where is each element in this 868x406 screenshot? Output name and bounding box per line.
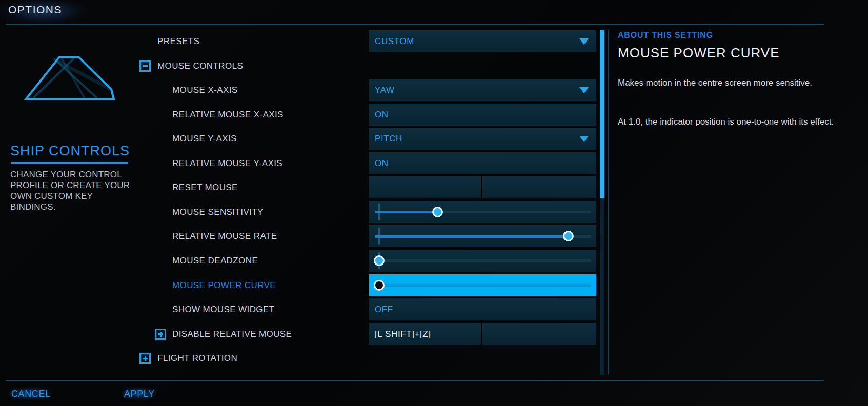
- binding-box-disable-relative-mouse-2[interactable]: [482, 323, 596, 345]
- setting-row-mouse-deadzone[interactable]: MOUSE DEADZONE: [0, 250, 868, 272]
- slider-track[interactable]: [375, 235, 591, 238]
- binding-box-disable-relative-mouse-1[interactable]: [L SHIFT]+[Z]: [369, 323, 481, 345]
- setting-label-mouse-deadzone: MOUSE DEADZONE: [172, 250, 258, 272]
- setting-row-mouse-power-curve[interactable]: MOUSE POWER CURVE: [0, 274, 868, 296]
- slider-mouse-deadzone[interactable]: [369, 250, 596, 272]
- value-show-mouse-widget[interactable]: OFF: [369, 298, 596, 320]
- value-text-presets: CUSTOM: [375, 30, 414, 52]
- about-panel-divider: [608, 30, 609, 375]
- chevron-down-icon[interactable]: [579, 136, 589, 142]
- slider-fill: [375, 235, 568, 238]
- slider-track[interactable]: [375, 211, 591, 213]
- setting-label-relative-mouse-rate: RELATIVE MOUSE RATE: [172, 225, 277, 247]
- setting-label-relative-mouse-y-axis: RELATIVE MOUSE Y-AXIS: [172, 152, 282, 174]
- value-text-mouse-y-axis: PITCH: [375, 128, 402, 150]
- setting-label-relative-mouse-x-axis: RELATIVE MOUSE X-AXIS: [172, 104, 284, 126]
- plus-glyph-vertical: [160, 332, 162, 337]
- minus-glyph: [143, 65, 148, 67]
- slider-knob-mouse-power-curve[interactable]: [374, 280, 385, 291]
- value-text-relative-mouse-x-axis: ON: [375, 104, 389, 126]
- setting-label-disable-relative-mouse: DISABLE RELATIVE MOUSE: [172, 323, 292, 345]
- cancel-button[interactable]: CANCEL: [6, 387, 56, 400]
- slider-relative-mouse-rate[interactable]: [369, 225, 596, 247]
- expand-icon-flight-rotation[interactable]: [139, 353, 151, 364]
- setting-row-mouse-sensitivity[interactable]: MOUSE SENSITIVITY: [0, 201, 868, 223]
- setting-row-flight-rotation[interactable]: FLIGHT ROTATION: [0, 347, 868, 369]
- setting-label-mouse-sensitivity: MOUSE SENSITIVITY: [172, 201, 264, 223]
- settings-scrollbar[interactable]: [600, 30, 604, 375]
- about-paragraph-1: Makes motion in the centre screen more s…: [618, 77, 850, 89]
- value-relative-mouse-x-axis[interactable]: ON: [369, 104, 596, 126]
- chevron-down-icon[interactable]: [579, 87, 589, 93]
- slider-knob-mouse-deadzone[interactable]: [374, 255, 385, 266]
- setting-row-reset-mouse[interactable]: RESET MOUSE: [0, 176, 868, 198]
- setting-label-presets: PRESETS: [157, 30, 199, 52]
- about-title: MOUSE POWER CURVE: [618, 45, 780, 61]
- slider-track[interactable]: [375, 284, 591, 287]
- setting-label-flight-rotation: FLIGHT ROTATION: [157, 347, 237, 369]
- expand-icon-disable-relative-mouse[interactable]: [155, 329, 166, 340]
- scrollbar-thumb[interactable]: [600, 30, 604, 198]
- value-text-relative-mouse-y-axis: ON: [375, 152, 389, 174]
- slider-knob-relative-mouse-rate[interactable]: [563, 231, 574, 241]
- slider-mouse-power-curve[interactable]: [369, 274, 596, 296]
- apply-button[interactable]: APPLY: [119, 387, 160, 400]
- value-relative-mouse-y-axis[interactable]: ON: [369, 152, 596, 174]
- about-paragraph-2: At 1.0, the indicator position is one-to…: [618, 116, 855, 128]
- dropdown-mouse-x-axis[interactable]: YAW: [369, 79, 596, 101]
- setting-label-mouse-x-axis: MOUSE X-AXIS: [172, 79, 238, 101]
- setting-row-relative-mouse-y-axis[interactable]: RELATIVE MOUSE Y-AXISON: [0, 152, 868, 174]
- chevron-down-icon[interactable]: [579, 38, 589, 45]
- bottom-separator: [6, 380, 824, 381]
- setting-label-reset-mouse: RESET MOUSE: [172, 176, 238, 198]
- setting-row-relative-mouse-rate[interactable]: RELATIVE MOUSE RATE: [0, 225, 868, 247]
- slider-knob-mouse-sensitivity[interactable]: [432, 207, 443, 217]
- setting-row-disable-relative-mouse[interactable]: DISABLE RELATIVE MOUSE[L SHIFT]+[Z]: [0, 323, 868, 345]
- value-text-mouse-x-axis: YAW: [375, 79, 395, 101]
- about-heading: ABOUT THIS SETTING: [618, 31, 713, 40]
- setting-label-show-mouse-widget: SHOW MOUSE WIDGET: [172, 298, 274, 320]
- setting-label-mouse-power-curve: MOUSE POWER CURVE: [172, 274, 276, 296]
- binding-text-disable-relative-mouse-1: [L SHIFT]+[Z]: [375, 323, 431, 345]
- options-screen: OPTIONS SHIP CONTROLS CHANGE YOUR CONTRO…: [0, 0, 868, 406]
- value-text-show-mouse-widget: OFF: [375, 298, 393, 320]
- setting-label-mouse-controls: MOUSE CONTROLS: [157, 55, 243, 77]
- collapse-icon-mouse-controls[interactable]: [139, 60, 151, 72]
- setting-row-mouse-y-axis[interactable]: MOUSE Y-AXISPITCH: [0, 128, 868, 150]
- setting-row-show-mouse-widget[interactable]: SHOW MOUSE WIDGETOFF: [0, 298, 868, 320]
- dropdown-mouse-y-axis[interactable]: PITCH: [369, 128, 596, 150]
- binding-box-reset-mouse-1[interactable]: [369, 176, 481, 198]
- slider-track[interactable]: [375, 259, 591, 262]
- setting-label-mouse-y-axis: MOUSE Y-AXIS: [172, 128, 237, 150]
- plus-glyph-vertical: [145, 356, 146, 361]
- slider-fill: [375, 211, 437, 213]
- slider-mouse-sensitivity[interactable]: [369, 201, 596, 223]
- binding-box-reset-mouse-2[interactable]: [482, 176, 596, 198]
- dropdown-presets[interactable]: CUSTOM: [369, 30, 596, 52]
